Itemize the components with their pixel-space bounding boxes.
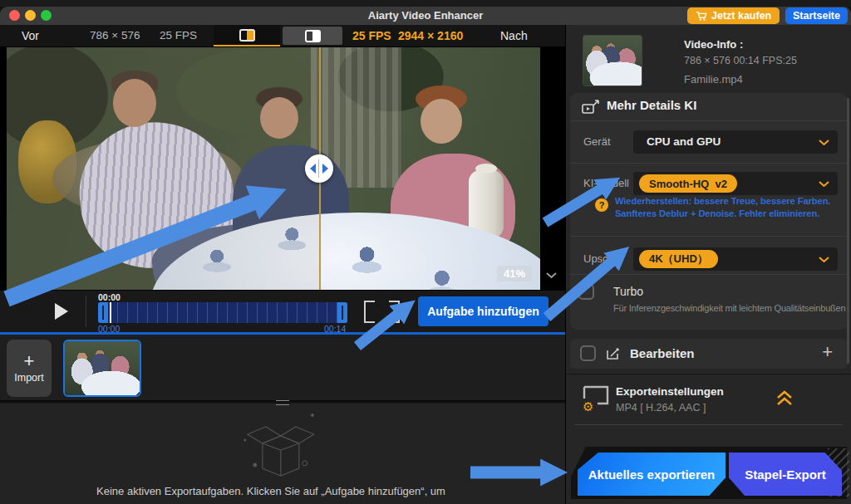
import-button[interactable]: + Import: [7, 340, 52, 397]
app-window: Aiarty Video Enhancer Jetzt kaufen Start…: [0, 0, 851, 504]
upscale-value-pill: 4K（UHD）: [639, 250, 718, 268]
split-view-icon: [239, 29, 255, 42]
desktop-gap: [0, 0, 851, 7]
chevron-down-icon: [819, 181, 829, 187]
play-button[interactable]: [55, 303, 68, 320]
mark-in-button[interactable]: [364, 301, 375, 323]
home-button[interactable]: Startseite: [785, 7, 848, 24]
timeline-divider: [86, 296, 86, 327]
side-by-side-icon: [305, 30, 321, 42]
add-edit-button[interactable]: +: [822, 341, 833, 363]
video-frame: 41%: [7, 47, 540, 290]
divider: [570, 236, 848, 237]
export-settings-format: MP4 [ H.264, AAC ]: [616, 402, 706, 413]
timeline-track[interactable]: [98, 302, 347, 323]
video-info-meta: 786 × 576 00:14 FPS:25: [684, 55, 797, 66]
home-label: Startseite: [793, 10, 840, 22]
titlebar: Aiarty Video Enhancer Jetzt kaufen Start…: [0, 7, 851, 25]
export-settings-icon: ⚙: [581, 382, 611, 413]
divider: [566, 374, 851, 374]
upscale-select[interactable]: 4K（UHD）: [633, 247, 838, 271]
after-label: Nach: [500, 29, 528, 42]
ai-details-title: Mehr Details KI: [607, 98, 696, 112]
minimize-window-button[interactable]: [25, 10, 36, 21]
zoom-level-badge[interactable]: 41%: [497, 266, 532, 281]
zoom-window-button[interactable]: [41, 10, 52, 21]
buy-now-button[interactable]: Jetzt kaufen: [687, 7, 780, 24]
upscale-video-icon: [582, 100, 600, 114]
add-task-label: Aufgabe hinzufügen: [427, 305, 539, 318]
model-hint-line1: Wiederherstellen: bessere Treue, bessere…: [615, 196, 841, 206]
before-label: Vor: [22, 29, 39, 42]
empty-box-icon: [235, 405, 327, 488]
before-resolution: 786 × 576: [90, 29, 140, 42]
compare-split-handle[interactable]: [305, 154, 333, 183]
timeline-playhead[interactable]: [110, 302, 111, 323]
person-right-head: [421, 99, 462, 144]
chevron-down-icon: [819, 139, 829, 145]
model-select[interactable]: Smooth-HQ v2: [633, 172, 838, 195]
chevron-down-icon: [819, 257, 829, 262]
device-label: Gerät: [583, 135, 611, 148]
split-handle-divider: [318, 159, 320, 178]
ai-details-card: Mehr Details KI Gerät CPU and GPU KI-Mod…: [570, 93, 848, 330]
model-hint-line2: Sanfteres Deblur + Denoise. Fehler elimi…: [615, 208, 841, 218]
edit-row: Bearbeiten +: [570, 339, 848, 369]
model-label: KI-Modell: [583, 177, 629, 189]
device-value: CPU and GPU: [647, 135, 721, 148]
device-select[interactable]: CPU and GPU: [633, 130, 838, 154]
upscale-label: Upscale: [583, 252, 622, 265]
split-right-arrow-icon: [322, 164, 328, 174]
clip-thumbnail-image: [65, 341, 140, 395]
collapse-double-chevron-icon[interactable]: [775, 390, 794, 406]
divider: [574, 424, 843, 425]
split-left-arrow-icon: [310, 164, 316, 174]
media-strip: + Import: [0, 335, 565, 402]
after-resolution: 2944 × 2160: [398, 29, 463, 42]
divider: [570, 163, 848, 164]
zoom-chevron-down-icon[interactable]: [545, 272, 558, 279]
video-info-filename: Familie.mp4: [684, 73, 743, 86]
turbo-label: Turbo: [613, 285, 643, 298]
timeline-current-time: 00:00: [98, 292, 121, 302]
export-current-button[interactable]: Aktuelles exportieren: [578, 453, 726, 496]
video-info-thumbnail-image: [583, 36, 642, 86]
buy-now-label: Jetzt kaufen: [711, 10, 771, 22]
cart-icon: [696, 11, 707, 22]
plus-icon: +: [24, 353, 35, 369]
mark-out-button[interactable]: [389, 301, 400, 323]
svg-text:⚙: ⚙: [583, 399, 593, 413]
video-info-label: Video-Info :: [684, 38, 743, 51]
window-title: Aiarty Video Enhancer: [368, 9, 483, 22]
export-settings-title: Exporteinstellungen: [616, 385, 724, 398]
video-info-thumbnail: [583, 35, 642, 86]
trim-handle-start[interactable]: [98, 302, 108, 323]
batch-export-button[interactable]: Stapel-Export: [729, 453, 842, 496]
edit-icon: [605, 345, 622, 362]
preview-toolbar: Vor 786 × 576 25 FPS 25 FPS 2944 × 2160 …: [0, 25, 565, 46]
add-task-button[interactable]: Aufgabe hinzufügen: [418, 296, 548, 326]
batch-export-label: Stapel-Export: [745, 467, 826, 482]
import-label: Import: [14, 372, 43, 384]
before-fps: 25 FPS: [160, 29, 197, 42]
close-window-button[interactable]: [9, 10, 20, 21]
turbo-hint: Für Inferenzgeschwindigkeit mit leichtem…: [613, 303, 845, 313]
turbo-checkbox[interactable]: [578, 284, 594, 300]
preview-pane: Vor 786 × 576 25 FPS 25 FPS 2944 × 2160 …: [0, 25, 565, 504]
model-help-icon[interactable]: ?: [595, 198, 608, 212]
divider: [570, 120, 848, 121]
model-value-pill: Smooth-HQ v2: [639, 174, 737, 193]
edit-label: Bearbeiten: [630, 346, 695, 360]
split-view-toggle[interactable]: [214, 25, 280, 46]
after-fps: 25 FPS: [352, 29, 391, 42]
sidebar-scrollbar[interactable]: [847, 98, 849, 364]
edit-checkbox[interactable]: [580, 345, 596, 361]
export-current-label: Aktuelles exportieren: [588, 467, 716, 482]
export-queue-panel: Keine aktiven Exportaufgaben. Klicken Si…: [0, 404, 565, 504]
trim-handle-end[interactable]: [337, 302, 347, 323]
video-preview-area: 41%: [0, 46, 565, 291]
clip-thumbnail-selected[interactable]: [63, 340, 141, 397]
before-side-overlay: [7, 47, 319, 290]
timeline-bar: 00:00 00:00 00:14 Aufgabe hinzufügen: [0, 291, 565, 332]
side-by-side-toggle[interactable]: [283, 27, 342, 45]
